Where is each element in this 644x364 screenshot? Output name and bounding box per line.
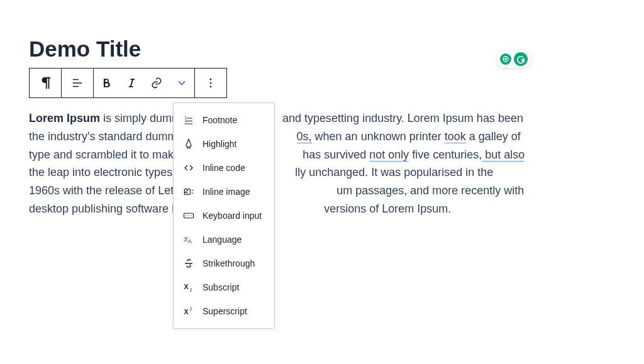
italic-button[interactable]: [119, 69, 144, 97]
dropdown-item-label: Footnote: [203, 115, 237, 125]
svg-text:2: 2: [190, 288, 192, 292]
text-segment: five centuries,: [409, 148, 482, 161]
italic-icon: [125, 77, 138, 89]
block-toolbar: [29, 68, 227, 98]
dropdown-item-highlight[interactable]: Highlight: [174, 132, 274, 156]
dropdown-item-inline-image[interactable]: Inline image: [174, 180, 274, 204]
link-button[interactable]: [144, 69, 169, 97]
text-segment: versions of Lorem Ipsum.: [321, 202, 451, 215]
chevron-down-icon: [175, 77, 188, 89]
dropdown-item-footnote[interactable]: 1 Footnote: [174, 108, 274, 132]
text-segment: has survived: [303, 148, 369, 161]
align-button[interactable]: [62, 69, 93, 97]
link-icon: [150, 77, 163, 89]
footnote-icon: 1: [182, 114, 195, 126]
dropdown-item-language[interactable]: 文A Language: [174, 228, 274, 251]
align-left-icon: [70, 76, 84, 90]
more-inline-button[interactable]: [169, 69, 194, 97]
dropdown-item-label: Strikethrough: [203, 258, 255, 268]
grammar-underline[interactable]: not only: [369, 148, 409, 162]
dropdown-item-label: Highlight: [203, 139, 236, 149]
grammarly-widget[interactable]: [497, 50, 531, 68]
svg-point-2: [210, 86, 212, 88]
spellcheck-underline[interactable]: 0s,: [297, 130, 312, 143]
grammar-underline[interactable]: took: [445, 130, 466, 143]
inline-image-icon: [182, 185, 195, 198]
svg-text:2: 2: [190, 307, 192, 311]
svg-text:1: 1: [184, 116, 187, 120]
svg-text:X: X: [184, 283, 189, 290]
toolbar-group-align: [62, 69, 94, 97]
bold-button[interactable]: [94, 69, 119, 97]
paragraph-content[interactable]: Lorem Ipsum is simply dummand typesettin…: [29, 109, 526, 218]
highlight-icon: [182, 138, 195, 150]
bold-text: Lorem Ipsum: [29, 112, 100, 124]
dropdown-item-label: Language: [203, 234, 242, 245]
dropdown-item-strikethrough[interactable]: Strikethrough: [174, 251, 274, 275]
dropdown-item-keyboard-input[interactable]: Keyboard input: [174, 204, 274, 228]
dropdown-item-label: Inline image: [203, 187, 250, 197]
grammarly-plus-icon: [500, 53, 511, 65]
svg-rect-5: [184, 213, 194, 218]
dropdown-item-label: Keyboard input: [203, 211, 262, 221]
text-segment: is simply dumm: [100, 112, 181, 124]
text-segment: the leap into electronic typesettin: [29, 166, 194, 179]
dropdown-item-subscript[interactable]: X2 Subscript: [174, 275, 274, 299]
svg-point-1: [210, 82, 212, 84]
svg-text:X: X: [184, 308, 189, 316]
inline-formats-dropdown: 1 Footnote Highlight Inline code Inline …: [173, 102, 275, 329]
dropdown-item-label: Inline code: [203, 163, 245, 173]
inline-code-icon: [182, 162, 195, 174]
more-vertical-icon: [204, 77, 217, 89]
toolbar-group-paragraph: [30, 69, 62, 97]
dropdown-item-inline-code[interactable]: Inline code: [174, 156, 274, 180]
svg-text:A: A: [188, 239, 192, 245]
more-options-button[interactable]: [195, 69, 226, 97]
superscript-icon: X2: [182, 305, 195, 317]
bold-icon: [100, 77, 113, 89]
text-segment: when an unknown printer: [312, 130, 445, 143]
grammarly-logo-icon: [514, 52, 528, 66]
toolbar-group-inline: [94, 69, 195, 97]
svg-point-0: [210, 79, 212, 80]
dropdown-item-label: Subscript: [203, 282, 239, 292]
keyboard-input-icon: [182, 209, 195, 222]
grammar-underline[interactable]: but also: [482, 148, 525, 162]
language-icon: 文A: [182, 233, 195, 246]
dropdown-item-superscript[interactable]: X2 Superscript: [174, 299, 274, 323]
pilcrow-icon: [38, 76, 52, 90]
subscript-icon: X2: [182, 281, 195, 294]
toolbar-group-options: [195, 69, 226, 97]
strikethrough-icon: [182, 257, 195, 270]
paragraph-button[interactable]: [30, 69, 61, 97]
dropdown-item-label: Superscript: [203, 306, 247, 316]
